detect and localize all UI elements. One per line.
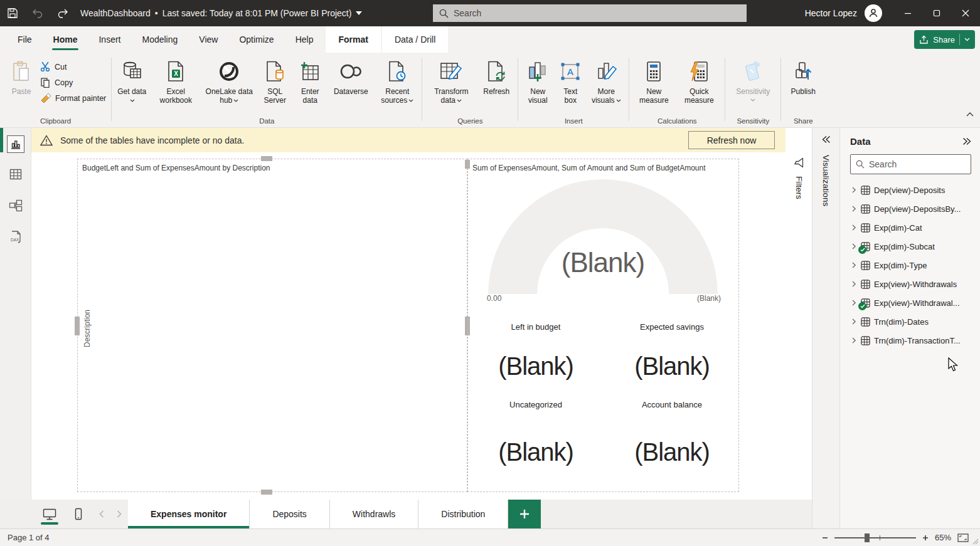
avatar[interactable] xyxy=(865,4,882,22)
chevron-right-icon[interactable] xyxy=(851,337,856,344)
resize-handle-top[interactable] xyxy=(261,156,272,161)
table-row-depositsby[interactable]: Dep(view)-DepositsBy... xyxy=(840,199,980,218)
text-box-button[interactable]: A Text box xyxy=(558,56,582,105)
data-search-input[interactable] xyxy=(869,159,966,169)
chevron-right-icon[interactable] xyxy=(851,300,856,306)
page-nav-next-button[interactable] xyxy=(110,500,128,528)
page-tab-expenses-monitor[interactable]: Expenses monitor xyxy=(128,500,250,528)
resize-handle-bottom[interactable] xyxy=(261,490,272,495)
report-view-button[interactable] xyxy=(7,135,24,153)
page-tab-withdrawls[interactable]: Withdrawls xyxy=(330,500,418,528)
tab-view[interactable]: View xyxy=(190,26,226,53)
collapse-pane-icon[interactable] xyxy=(962,137,971,145)
chevron-right-icon[interactable] xyxy=(851,187,856,193)
global-search-box[interactable] xyxy=(433,4,747,22)
enter-data-button[interactable]: Enter data xyxy=(296,56,324,105)
data-search-box[interactable] xyxy=(850,154,971,174)
dropdown-chevron-icon xyxy=(616,99,621,102)
fit-to-page-icon[interactable] xyxy=(957,533,969,542)
publish-button[interactable]: Publish xyxy=(786,56,820,96)
search-input[interactable] xyxy=(454,8,740,18)
share-chevron-icon[interactable] xyxy=(964,38,970,41)
table-row-deposits[interactable]: Dep(view)-Deposits xyxy=(840,181,980,199)
sql-server-label: SQL Server xyxy=(260,87,290,105)
page-tab-deposits[interactable]: Deposits xyxy=(250,500,329,528)
sensitivity-button[interactable]: Sensitivity xyxy=(730,56,775,102)
zoom-slider-handle[interactable] xyxy=(865,533,870,542)
resize-handle-left[interactable] xyxy=(75,317,80,335)
table-row-withdrawals[interactable]: Exp(view)-Withdrawals xyxy=(840,275,980,293)
paste-button[interactable]: Paste xyxy=(5,56,38,96)
get-data-button[interactable]: Get data xyxy=(117,56,147,105)
page-tab-distribution[interactable]: Distribution xyxy=(418,500,508,528)
new-page-button[interactable] xyxy=(508,500,541,528)
recent-sources-button[interactable]: Recent sources xyxy=(378,56,417,105)
table-row-dates[interactable]: Trn(dim)-Dates xyxy=(840,312,980,331)
gauge-cards-visual[interactable]: Sum of ExpensesAmount, Sum of Amount and… xyxy=(467,159,739,492)
more-visuals-button[interactable]: More visuals xyxy=(589,56,624,105)
tab-help[interactable]: Help xyxy=(287,26,322,53)
share-button[interactable]: Share xyxy=(914,30,975,49)
chevron-right-icon[interactable] xyxy=(851,318,856,325)
bar-chart-visual[interactable]: BudgetLeft and Sum of ExpensesAmount by … xyxy=(77,159,467,492)
tab-home[interactable]: Home xyxy=(45,26,87,53)
undo-button[interactable] xyxy=(25,0,50,26)
cut-button[interactable]: Cut xyxy=(40,61,106,72)
redo-button[interactable] xyxy=(50,0,75,26)
visualizations-pane-collapsed[interactable]: Visualizations xyxy=(812,128,839,528)
tab-insert[interactable]: Insert xyxy=(90,26,129,53)
tab-optimize[interactable]: Optimize xyxy=(230,26,282,53)
chevron-right-icon[interactable] xyxy=(851,243,856,249)
table-row-type[interactable]: Exp(dim)-Type xyxy=(840,256,980,275)
minimize-button[interactable] xyxy=(893,0,922,26)
visualizations-pane-label[interactable]: Visualizations xyxy=(821,155,831,206)
table-row-subcat[interactable]: Exp(dim)-Subcat xyxy=(840,237,980,256)
card-value-uncategorized: (Blank) xyxy=(468,438,604,466)
close-button[interactable] xyxy=(951,0,980,26)
new-visual-button[interactable]: New visual xyxy=(523,56,552,105)
collapse-ribbon-button[interactable] xyxy=(966,112,974,117)
transform-data-button[interactable]: Transform data xyxy=(427,56,475,105)
new-measure-button[interactable]: New measure xyxy=(634,56,673,105)
zoom-slider[interactable] xyxy=(834,537,916,538)
table-row-cat[interactable]: Exp(dim)-Cat xyxy=(840,218,980,237)
zoom-in-button[interactable] xyxy=(922,535,929,541)
format-painter-button[interactable]: Format painter xyxy=(40,93,106,103)
filters-pane-label[interactable]: Filters xyxy=(794,176,804,199)
onelake-data-hub-button[interactable]: OneLake data hub xyxy=(205,56,253,105)
sql-server-button[interactable]: SQL Server xyxy=(260,56,290,105)
zoom-out-button[interactable] xyxy=(822,535,828,541)
refresh-now-button[interactable]: Refresh now xyxy=(688,131,775,149)
tab-format[interactable]: Format xyxy=(326,26,380,53)
excel-workbook-button[interactable]: X Excel workbook xyxy=(153,56,198,105)
maximize-button[interactable] xyxy=(922,0,951,26)
tab-modeling[interactable]: Modeling xyxy=(133,26,186,53)
tab-data-drill[interactable]: Data / Drill xyxy=(382,26,448,53)
dataverse-button[interactable]: Dataverse xyxy=(330,56,371,96)
desktop-layout-button[interactable] xyxy=(35,500,64,528)
table-row-withdrawal2[interactable]: Exp(view)-Withdrawal... xyxy=(840,293,980,312)
refresh-button[interactable]: Refresh xyxy=(480,56,513,96)
sensitivity-group-label: Sensitivity xyxy=(730,116,775,127)
mobile-layout-button[interactable] xyxy=(64,500,93,528)
chevron-right-icon[interactable] xyxy=(851,206,856,212)
document-title[interactable]: WealthDashboard • Last saved: Today at 8… xyxy=(80,8,362,18)
page-nav-prev-button[interactable] xyxy=(93,500,110,528)
quick-measure-button[interactable]: Quick measure xyxy=(678,56,720,105)
chevron-right-icon[interactable] xyxy=(851,262,856,268)
powerbi-window: WealthDashboard • Last saved: Today at 8… xyxy=(0,0,980,546)
copy-button[interactable]: Copy xyxy=(40,77,106,88)
chevron-right-icon[interactable] xyxy=(851,224,856,231)
dax-query-view-button[interactable]: DAX xyxy=(7,228,24,246)
expand-pane-icon[interactable] xyxy=(822,135,831,144)
chevron-right-icon[interactable] xyxy=(851,281,856,287)
table-row-transactiont[interactable]: Trn(dim)-TransactionT... xyxy=(840,331,980,350)
model-view-button[interactable] xyxy=(7,197,24,214)
filters-pane-collapsed[interactable]: Filters xyxy=(786,128,812,528)
table-view-button[interactable] xyxy=(7,165,24,183)
save-button[interactable] xyxy=(0,0,25,26)
window-resize-grip[interactable] xyxy=(971,537,979,545)
title-dropdown-icon[interactable] xyxy=(356,11,362,15)
filter-funnel-icon[interactable] xyxy=(794,158,804,168)
tab-file[interactable]: File xyxy=(9,26,41,53)
